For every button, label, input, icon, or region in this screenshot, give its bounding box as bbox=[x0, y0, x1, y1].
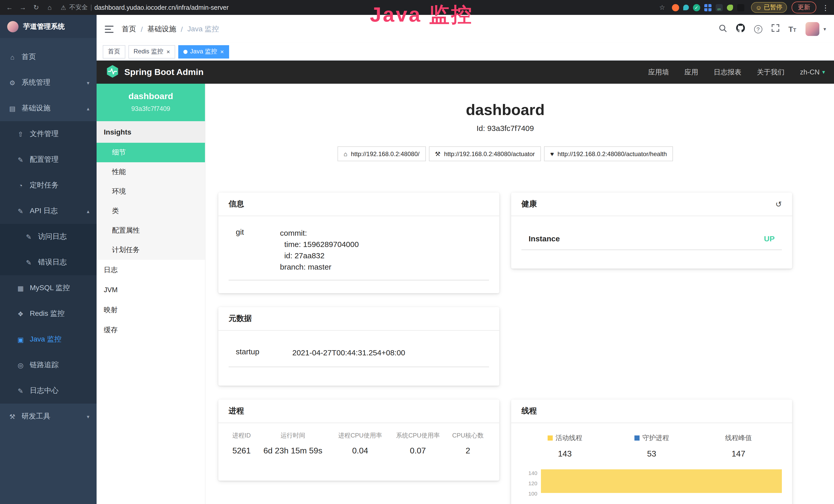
search-icon[interactable] bbox=[719, 24, 727, 34]
threads-chart-yaxis: 140 120 100 bbox=[521, 467, 541, 504]
status-badge: UP bbox=[764, 234, 775, 243]
service-url-text: http://192.168.0.2:48080/ bbox=[351, 150, 419, 157]
sidebar-item-mysql-monitor[interactable]: ▦ MySQL 监控 bbox=[0, 275, 96, 301]
main-column: 首页 / 基础设施 / Java 监控 ? bbox=[96, 15, 834, 504]
admin-menu: ⌂ 首页 ⚙ 系统管理 ▾ ▤ 基础设施 ▴ ⇧ 文件管理 bbox=[0, 38, 96, 429]
sidebar-item-redis-monitor[interactable]: ❖ Redis 监控 bbox=[0, 301, 96, 327]
sidebar-item-file-mgmt[interactable]: ⇧ 文件管理 bbox=[0, 121, 96, 147]
metadata-card-title: 元数据 bbox=[228, 314, 252, 323]
close-icon[interactable]: × bbox=[167, 48, 170, 55]
sidebar-item-system-mgmt[interactable]: ⚙ 系统管理 ▾ bbox=[0, 70, 96, 95]
nav-item-performance[interactable]: 性能 bbox=[96, 162, 205, 182]
tag-redis-monitor[interactable]: Redis 监控 × bbox=[128, 45, 175, 58]
extension-switch-icon[interactable]: on bbox=[715, 4, 723, 11]
file-icon: ⇧ bbox=[17, 130, 25, 138]
profile-paused-badge[interactable]: ☺ 已暂停 bbox=[751, 2, 787, 13]
sba-nav-wall[interactable]: 应用墙 bbox=[648, 68, 669, 77]
redis-icon: ❖ bbox=[17, 310, 25, 318]
extension-grid-icon[interactable] bbox=[704, 4, 711, 11]
sba-nav-applications[interactable]: 应用 bbox=[684, 68, 698, 77]
page-url[interactable]: dashboard.yudao.iocoder.cn/infra/admin-s… bbox=[94, 4, 229, 11]
sidebar-item-label: 日志中心 bbox=[30, 386, 59, 395]
process-col-cores: CPU核心数 bbox=[447, 427, 489, 444]
sidebar-item-label: 文件管理 bbox=[30, 130, 59, 139]
history-icon[interactable]: ↺ bbox=[775, 200, 782, 209]
browser-menu-icon[interactable]: ⋮ bbox=[822, 3, 829, 12]
tag-home[interactable]: 首页 bbox=[103, 45, 125, 58]
user-avatar[interactable] bbox=[806, 22, 819, 36]
nav-item-config-props[interactable]: 配置属性 bbox=[96, 221, 205, 240]
sba-nav: 应用墙 应用 日志报表 关于我们 zh-CN ▾ bbox=[648, 68, 825, 77]
sidebar-item-java-monitor[interactable]: ▣ Java 监控 bbox=[0, 327, 96, 352]
avatar-caret-icon[interactable]: ▾ bbox=[824, 26, 826, 32]
sidebar-item-home[interactable]: ⌂ 首页 bbox=[0, 44, 96, 70]
sba-nav-journal[interactable]: 日志报表 bbox=[714, 68, 741, 77]
tags-view-bar: 首页 Redis 监控 × Java 监控 × bbox=[96, 43, 834, 61]
health-url-text: http://192.168.0.2:48080/actuator/health bbox=[557, 150, 667, 157]
nav-item-caches[interactable]: 缓存 bbox=[96, 320, 205, 340]
health-url-link[interactable]: ♥ http://192.168.0.2:48080/actuator/heal… bbox=[544, 146, 673, 161]
git-branch-line: branch: master bbox=[280, 261, 359, 273]
actuator-url-link[interactable]: ⚒ http://192.168.0.2:48080/actuator bbox=[429, 146, 541, 161]
process-col-uptime: 运行时间 bbox=[255, 427, 331, 444]
gear-icon: ⚙ bbox=[8, 79, 17, 87]
tag-java-monitor[interactable]: Java 监控 × bbox=[178, 45, 229, 58]
annotation-text: Java 监控 bbox=[370, 1, 473, 29]
sidebar-item-label: 定时任务 bbox=[30, 181, 59, 190]
dashboard-icon: ⌂ bbox=[8, 53, 17, 61]
sba-locale-select[interactable]: zh-CN ▾ bbox=[800, 68, 825, 76]
process-col-pid: 进程ID bbox=[228, 427, 255, 444]
sidebar-item-dev-tools[interactable]: ⚒ 研发工具 ▾ bbox=[0, 404, 96, 429]
nav-item-environment[interactable]: 环境 bbox=[96, 182, 205, 201]
extension-drop-icon[interactable] bbox=[683, 5, 688, 10]
sidebar-item-log-center[interactable]: ✎ 日志中心 bbox=[0, 378, 96, 404]
browser-home-icon[interactable]: ⌂ bbox=[45, 4, 54, 11]
nav-item-logs[interactable]: 日志 bbox=[96, 260, 205, 280]
security-label[interactable]: 不安全 bbox=[69, 3, 88, 12]
service-url-link[interactable]: ⌂ http://192.168.0.2:48080/ bbox=[337, 146, 425, 161]
nav-item-classes[interactable]: 类 bbox=[96, 201, 205, 221]
sidebar-item-error-logs[interactable]: ✎ 错误日志 bbox=[0, 250, 96, 275]
sidebar-item-tracing[interactable]: ◎ 链路追踪 bbox=[0, 352, 96, 378]
back-icon[interactable]: ← bbox=[5, 4, 14, 11]
sidebar-item-access-logs[interactable]: ✎ 访问日志 bbox=[0, 224, 96, 250]
sba-brand[interactable]: Spring Boot Admin bbox=[124, 67, 204, 77]
info-card: 信息 git commit: time: 1596289704000 id: 2… bbox=[218, 192, 499, 293]
extension-check-icon[interactable]: ✓ bbox=[693, 4, 700, 11]
sidebar-item-scheduled-jobs[interactable]: ◔ 定时任务 bbox=[0, 173, 96, 198]
sidebar-toggle-icon[interactable] bbox=[105, 25, 113, 32]
threads-card-title: 线程 bbox=[521, 406, 537, 416]
breadcrumb-section[interactable]: 基础设施 bbox=[148, 24, 176, 33]
nav-item-mappings[interactable]: 映射 bbox=[96, 300, 205, 320]
warning-icon: ⚠ bbox=[61, 4, 66, 11]
instance-header[interactable]: dashboard 93a3fc7f7409 bbox=[96, 84, 205, 121]
address-bar[interactable]: ⚠ 不安全 dashboard.yudao.iocoder.cn/infra/a… bbox=[61, 3, 655, 12]
sidebar-item-label: Java 监控 bbox=[30, 335, 61, 344]
sidebar-item-label: 首页 bbox=[22, 52, 36, 62]
extension-leaf-icon[interactable] bbox=[727, 4, 733, 10]
bookmark-star-icon[interactable]: ☆ bbox=[659, 4, 665, 11]
app-logo-row[interactable]: 芋道管理系统 bbox=[0, 15, 96, 38]
reload-icon[interactable]: ↻ bbox=[32, 4, 41, 11]
fullscreen-icon[interactable] bbox=[771, 24, 779, 34]
extension-orange-icon[interactable] bbox=[672, 4, 679, 11]
breadcrumb-home[interactable]: 首页 bbox=[122, 24, 136, 33]
sidebar-item-api-logs[interactable]: ✎ API 日志 ▴ bbox=[0, 198, 96, 224]
github-icon[interactable] bbox=[736, 24, 745, 35]
chrome-update-button[interactable]: 更新 bbox=[792, 2, 816, 13]
actuator-url-text: http://192.168.0.2:48080/actuator bbox=[444, 150, 535, 157]
sidebar-item-config-mgmt[interactable]: ✎ 配置管理 bbox=[0, 147, 96, 173]
help-icon[interactable]: ? bbox=[754, 25, 762, 33]
nav-item-details[interactable]: 细节 bbox=[96, 143, 205, 162]
extension-paw-icon[interactable] bbox=[737, 4, 744, 11]
process-uptime: 6d 23h 15m 59s bbox=[255, 444, 331, 460]
forward-icon[interactable]: → bbox=[19, 4, 27, 11]
nav-item-jvm[interactable]: JVM bbox=[96, 280, 205, 300]
app-frame: 芋道管理系统 ⌂ 首页 ⚙ 系统管理 ▾ ▤ 基础设施 ▴ ⇧ bbox=[0, 15, 834, 504]
nav-item-scheduled-tasks[interactable]: 计划任务 bbox=[96, 240, 205, 260]
font-size-icon[interactable]: TT bbox=[788, 24, 796, 33]
sba-nav-about[interactable]: 关于我们 bbox=[757, 68, 785, 77]
close-icon[interactable]: × bbox=[220, 48, 224, 55]
sidebar-item-infrastructure[interactable]: ▤ 基础设施 ▴ bbox=[0, 95, 96, 121]
sidebar-item-label: 研发工具 bbox=[22, 412, 50, 421]
